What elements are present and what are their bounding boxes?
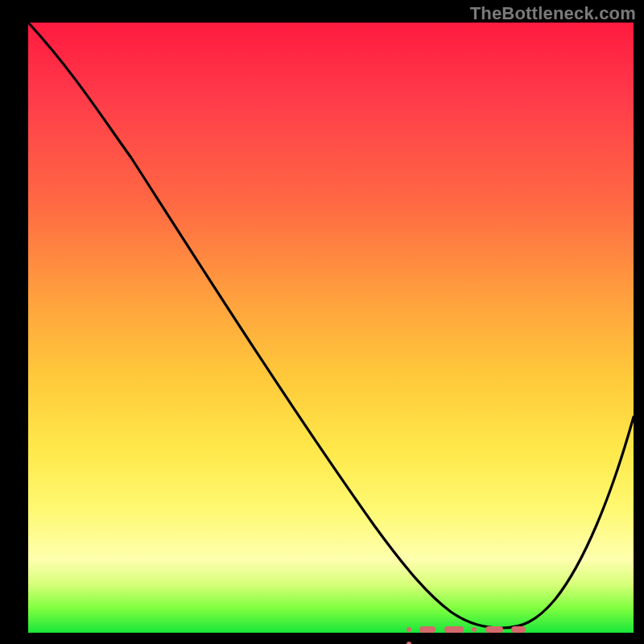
optimum-marker-band bbox=[407, 621, 539, 630]
marker-dash bbox=[419, 626, 436, 633]
chart-frame: TheBottleneck.com bbox=[0, 0, 644, 644]
watermark-text: TheBottleneck.com bbox=[470, 3, 636, 24]
marker-dash bbox=[485, 626, 503, 633]
marker-dash bbox=[511, 626, 526, 633]
plot-outer bbox=[28, 23, 634, 633]
marker-dot bbox=[407, 627, 411, 632]
marker-dash bbox=[444, 626, 464, 633]
bottleneck-curve bbox=[28, 23, 634, 633]
curve-path bbox=[28, 23, 634, 628]
